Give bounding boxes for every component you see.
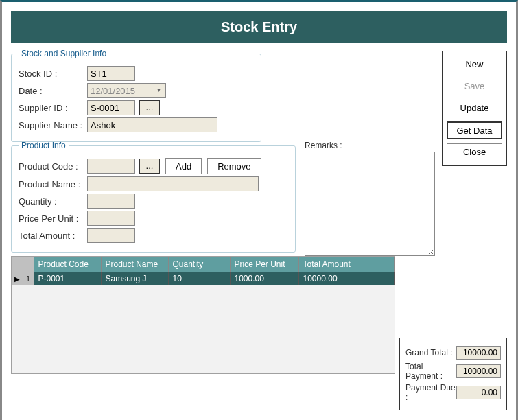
totals-panel: Grand Total : Total Payment : Payment Du…	[399, 338, 507, 410]
row-number: 1	[23, 272, 34, 285]
date-input[interactable]	[87, 83, 166, 98]
supplier-name-input[interactable]	[87, 117, 217, 132]
content-area: New Save Update Get Data Close Stock and…	[11, 49, 507, 410]
remarks-label: Remarks :	[305, 141, 435, 150]
get-data-button[interactable]: Get Data	[447, 121, 502, 139]
save-button[interactable]: Save	[447, 78, 502, 95]
stock-supplier-legend: Stock and Supplier Info	[19, 49, 109, 58]
remove-button[interactable]: Remove	[207, 158, 261, 174]
update-button[interactable]: Update	[447, 100, 502, 117]
row-header-blank	[23, 257, 34, 272]
date-label: Date :	[19, 86, 87, 96]
row-selector-icon[interactable]: ▶	[12, 272, 23, 285]
cell-quantity[interactable]: 10	[168, 272, 230, 285]
total-amount-input[interactable]	[87, 228, 135, 243]
quantity-label: Quantity :	[19, 196, 87, 207]
supplier-id-label: Supplier ID :	[19, 103, 87, 113]
cell-product-name[interactable]: Samsung J	[101, 272, 168, 285]
cell-product-code[interactable]: P-0001	[34, 272, 101, 285]
grand-total-value	[456, 346, 501, 360]
product-info-group: Product Info Product Code : ... Add Remo…	[11, 141, 296, 253]
product-info-legend: Product Info	[19, 141, 69, 150]
stock-id-input[interactable]	[87, 66, 135, 81]
product-name-label: Product Name :	[19, 179, 87, 189]
total-payment-value[interactable]	[456, 364, 501, 378]
col-total-amount[interactable]: Total Amount	[298, 257, 395, 272]
col-product-name[interactable]: Product Name	[101, 257, 168, 272]
row-header-blank	[12, 257, 23, 272]
col-product-code[interactable]: Product Code	[34, 257, 101, 272]
product-name-input[interactable]	[87, 176, 259, 191]
action-panel: New Save Update Get Data Close	[442, 51, 507, 166]
product-browse-button[interactable]: ...	[139, 159, 160, 174]
price-per-unit-input[interactable]	[87, 211, 135, 226]
col-quantity[interactable]: Quantity	[168, 257, 230, 272]
remarks-section: Remarks :	[305, 141, 435, 258]
grand-total-label: Grand Total :	[405, 348, 452, 358]
stock-supplier-group: Stock and Supplier Info Stock ID : Date …	[11, 49, 261, 142]
product-code-label: Product Code :	[19, 161, 87, 172]
supplier-name-label: Supplier Name :	[19, 120, 87, 130]
supplier-id-input[interactable]	[87, 100, 135, 115]
product-grid[interactable]: Product Code Product Name Quantity Price…	[11, 256, 395, 374]
total-amount-label: Total Amount :	[19, 231, 87, 241]
product-code-input[interactable]	[87, 159, 135, 174]
table-row[interactable]: ▶ 1 P-0001 Samsung J 10 1000.00 10000.00	[12, 272, 395, 285]
cell-total-amount[interactable]: 10000.00	[298, 272, 395, 285]
window-inner: Stock Entry New Save Update Get Data Clo…	[5, 5, 513, 417]
cell-price-per-unit[interactable]: 1000.00	[230, 272, 298, 285]
new-button[interactable]: New	[447, 56, 502, 73]
window-frame: Stock Entry New Save Update Get Data Clo…	[0, 0, 518, 420]
remarks-textarea[interactable]	[305, 152, 435, 256]
payment-due-value	[456, 386, 501, 399]
supplier-browse-button[interactable]: ...	[139, 100, 160, 115]
quantity-input[interactable]	[87, 194, 135, 209]
total-payment-label: Total Payment :	[405, 362, 456, 381]
price-per-unit-label: Price Per Unit :	[19, 213, 87, 224]
page-title: Stock Entry	[11, 11, 507, 43]
payment-due-label: Payment Due :	[405, 383, 456, 402]
close-button[interactable]: Close	[447, 143, 502, 161]
stock-id-label: Stock ID :	[19, 69, 87, 79]
col-price-per-unit[interactable]: Price Per Unit	[230, 257, 298, 272]
add-button[interactable]: Add	[165, 158, 202, 174]
